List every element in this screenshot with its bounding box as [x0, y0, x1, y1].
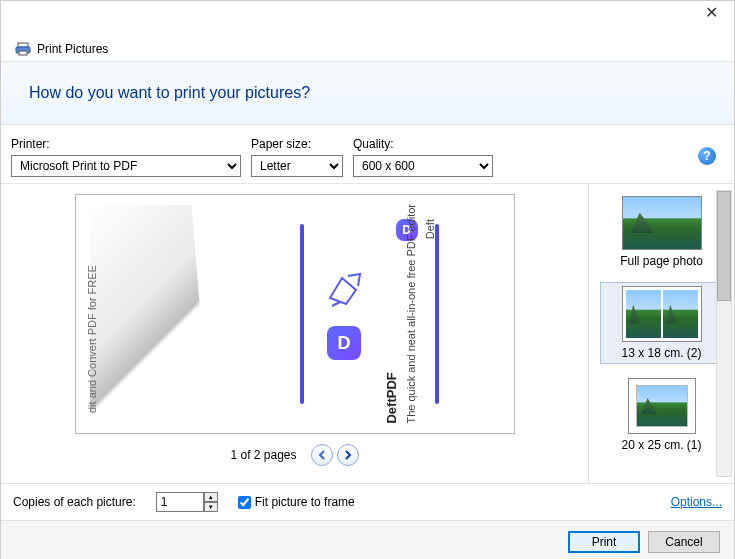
- copies-up-button[interactable]: ▲: [204, 492, 218, 502]
- copies-input[interactable]: [156, 492, 204, 512]
- bottom-options-row: Copies of each picture: ▲ ▼ Fit picture …: [1, 483, 734, 520]
- pager: 1 of 2 pages: [230, 434, 358, 476]
- quality-control: Quality: 600 x 600: [353, 137, 493, 177]
- copies-down-button[interactable]: ▼: [204, 502, 218, 512]
- preview-curl-text: dit and Convert PDF for FREE: [86, 265, 98, 413]
- preview-right-image: D Deft D DeftPDF The quick and neat all-…: [226, 195, 514, 433]
- print-pictures-dialog: ✕ Print Pictures How do you want to prin…: [0, 0, 735, 559]
- fit-frame-control[interactable]: Fit picture to frame: [238, 495, 355, 509]
- separator-bar-right: [435, 224, 439, 404]
- svg-rect-2: [19, 51, 27, 55]
- copies-label: Copies of each picture:: [13, 495, 136, 509]
- cancel-button[interactable]: Cancel: [648, 531, 720, 553]
- layout-20x25[interactable]: 20 x 25 cm. (1): [600, 374, 724, 456]
- paper-size-select[interactable]: Letter: [251, 155, 343, 177]
- layout-label: Full page photo: [604, 254, 720, 268]
- preview-left-image: dit and Convert PDF for FREE: [76, 195, 226, 433]
- options-link[interactable]: Options...: [671, 495, 722, 509]
- brand-tagline: The quick and neat all-in-one free PDF e…: [405, 204, 417, 424]
- heading-band: How do you want to print your pictures?: [1, 61, 734, 125]
- brand-badge-icon: D: [327, 326, 361, 360]
- action-row: Print Cancel: [1, 520, 734, 559]
- doodle-icon: [322, 268, 366, 312]
- next-page-button[interactable]: [337, 444, 359, 466]
- printer-label: Printer:: [11, 137, 241, 151]
- main-area: dit and Convert PDF for FREE D Deft D De…: [1, 183, 734, 483]
- brand-text: DeftPDF: [384, 204, 399, 424]
- quality-select[interactable]: 600 x 600: [353, 155, 493, 177]
- close-button[interactable]: ✕: [689, 1, 734, 29]
- dialog-header: Print Pictures: [1, 33, 734, 61]
- separator-bar: [300, 224, 304, 404]
- preview-pane: dit and Convert PDF for FREE D Deft D De…: [1, 184, 588, 483]
- prev-page-button[interactable]: [311, 444, 333, 466]
- brand-small-text: Deft: [424, 219, 436, 239]
- fit-frame-checkbox[interactable]: [238, 496, 251, 509]
- layout-label: 13 x 18 cm. (2): [604, 346, 720, 360]
- preview-page: dit and Convert PDF for FREE D Deft D De…: [75, 194, 515, 434]
- layout-full-page[interactable]: Full page photo: [600, 192, 724, 272]
- quality-label: Quality:: [353, 137, 493, 151]
- layout-label: 20 x 25 cm. (1): [604, 438, 720, 452]
- titlebar: ✕: [1, 1, 734, 33]
- svg-rect-0: [18, 43, 28, 47]
- copies-spinner: ▲ ▼: [156, 492, 218, 512]
- printer-select[interactable]: Microsoft Print to PDF: [11, 155, 241, 177]
- paper-size-control: Paper size: Letter: [251, 137, 343, 177]
- layouts-scrollbar[interactable]: [716, 190, 732, 477]
- printer-control: Printer: Microsoft Print to PDF: [11, 137, 241, 177]
- layouts-pane: Full page photo 13 x 18 cm. (2) 20 x 25 …: [588, 184, 734, 483]
- dialog-title: Print Pictures: [37, 42, 108, 56]
- help-icon[interactable]: ?: [698, 147, 716, 165]
- fit-frame-label: Fit picture to frame: [255, 495, 355, 509]
- pager-text: 1 of 2 pages: [230, 448, 296, 462]
- paper-size-label: Paper size:: [251, 137, 343, 151]
- print-options-row: Printer: Microsoft Print to PDF Paper si…: [1, 125, 734, 183]
- print-button[interactable]: Print: [568, 531, 640, 553]
- layout-13x18[interactable]: 13 x 18 cm. (2): [600, 282, 724, 364]
- printer-icon: [15, 41, 31, 57]
- main-heading: How do you want to print your pictures?: [29, 84, 706, 102]
